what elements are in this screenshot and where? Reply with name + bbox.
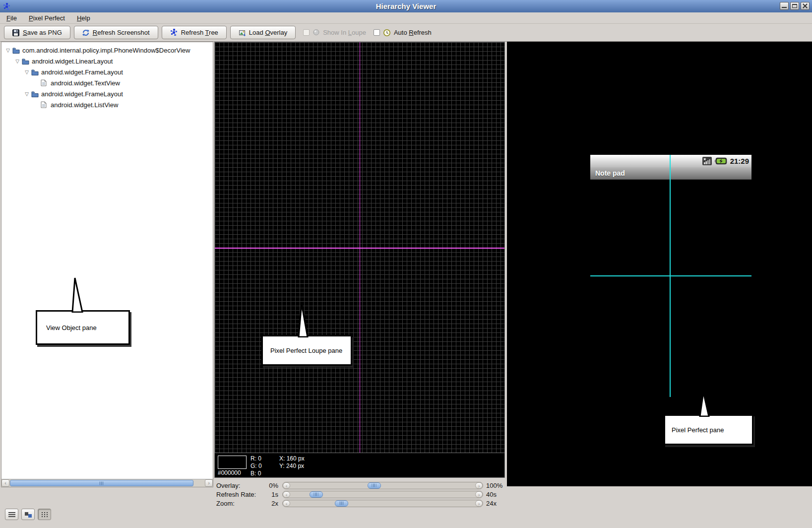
tree-item[interactable]: ▽ android.widget.LinearLayout (1, 56, 213, 66)
loupe-controls: Overlay: 0% ‹ › 100% Refresh Rate: 1s ‹ … (214, 478, 505, 508)
menu-pixel-perfect[interactable]: Pixel Perfect (27, 13, 66, 23)
hierarchy-tree: ▽ com.android.internal.policy.impl.Phone… (1, 42, 213, 110)
floppy-icon (12, 29, 19, 36)
rgb-readout: R: 0 G: 0 B: 0 (250, 453, 279, 477)
title-bar: Hierarchy Viewer (0, 0, 812, 12)
expand-arrow-icon[interactable]: ▽ (13, 59, 22, 64)
view-object-pane-callout: View Object pane (36, 310, 130, 345)
zoom-value: 2x (262, 500, 278, 507)
refresh-rate-label: Refresh Rate: (214, 491, 262, 498)
zoom-label: Zoom: (214, 500, 262, 507)
device-screenshot[interactable]: 21:29 Note pad (590, 155, 751, 397)
refresh-rate-max: 40s (486, 491, 505, 498)
tree-item[interactable]: ▽ com.android.internal.policy.impl.Phone… (1, 45, 213, 56)
tree-view-button[interactable] (5, 509, 18, 520)
overlay-slider-thumb[interactable] (368, 482, 381, 489)
expand-arrow-icon[interactable]: ▽ (22, 91, 31, 97)
document-icon (41, 79, 49, 86)
folder-icon (12, 47, 21, 54)
maximize-button[interactable] (790, 2, 799, 10)
signal-icon (702, 157, 712, 165)
tree-horizontal-scrollbar[interactable]: ‹ › (1, 479, 213, 487)
tree-icon (170, 29, 178, 36)
refresh-icon (82, 29, 89, 36)
scroll-left-icon[interactable]: ‹ (1, 479, 9, 487)
pp-crosshair-horizontal (590, 275, 751, 276)
loupe-crosshair-horizontal (215, 248, 504, 249)
tree-item[interactable]: android.widget.TextView (1, 77, 213, 88)
folder-icon (31, 91, 40, 97)
window-title: Hierarchy Viewer (0, 2, 812, 10)
view-object-pane: ▽ com.android.internal.policy.impl.Phone… (1, 42, 213, 487)
pixel-perfect-pane-callout: Pixel Perfect pane (664, 414, 753, 445)
device-status-bar: 21:29 (590, 155, 751, 167)
callout-tail (70, 277, 85, 313)
load-overlay-button[interactable]: Load Overlay (230, 26, 296, 39)
xy-readout: X: 160 px Y: 240 px (279, 453, 305, 477)
slider-right-icon[interactable]: › (475, 500, 483, 507)
overlay-label: Overlay: (214, 482, 262, 489)
show-in-loupe-label: Show In Loupe (323, 29, 366, 36)
pixel-perfect-pane[interactable]: 21:29 Note pad (507, 42, 812, 486)
scrollbar-thumb[interactable] (10, 480, 193, 486)
zoom-slider-thumb[interactable] (335, 500, 348, 507)
auto-refresh-group: Auto Refresh (374, 29, 432, 37)
document-icon (41, 101, 49, 108)
refresh-rate-slider-thumb[interactable] (310, 491, 323, 498)
loupe-icon (312, 29, 320, 36)
tree-item[interactable]: android.widget.ListView (1, 99, 213, 110)
slider-right-icon[interactable]: › (475, 482, 483, 489)
expand-arrow-icon[interactable]: ▽ (22, 69, 31, 75)
pixel-perfect-view-button[interactable] (38, 509, 51, 520)
menu-help[interactable]: Help (75, 13, 92, 23)
save-as-png-button[interactable]: Save as PNG (4, 26, 70, 39)
menu-file[interactable]: File (5, 13, 18, 23)
show-in-loupe-group: Show In Loupe (303, 29, 366, 36)
overlay-max: 100% (486, 482, 505, 489)
grid-view-icon (42, 512, 43, 513)
device-clock: 21:29 (730, 157, 749, 165)
pixel-perfect-loupe-pane: #000000 R: 0 G: 0 B: 0 X: 160 px Y: 240 … (214, 42, 505, 506)
refresh-rate-value: 1s (262, 491, 278, 498)
auto-refresh-label: Auto Refresh (394, 29, 432, 36)
callout-tail (697, 391, 711, 417)
menu-bar: File Pixel Perfect Help (0, 12, 812, 24)
slider-left-icon[interactable]: ‹ (283, 482, 290, 489)
list-view-icon (8, 512, 15, 517)
minimize-button[interactable] (780, 2, 789, 10)
close-button[interactable] (801, 2, 810, 10)
overlay-slider[interactable]: ‹ › (282, 482, 483, 489)
battery-icon (715, 157, 727, 165)
color-swatch (218, 456, 247, 469)
device-app-title: Note pad (590, 167, 751, 180)
toolbar: Save as PNG Refresh Screenshot Refresh T… (0, 24, 812, 42)
zoom-max: 24x (486, 500, 505, 507)
scroll-right-icon[interactable]: › (205, 479, 213, 487)
overlay-icon (239, 29, 246, 36)
show-in-loupe-checkbox[interactable] (303, 29, 310, 36)
hierarchy-viewer-window: Hierarchy Viewer File Pixel Perfect Help… (0, 0, 812, 528)
loupe-pane-callout: Pixel Perfect Loupe pane (261, 335, 352, 366)
view-switcher (5, 509, 51, 520)
auto-refresh-checkbox[interactable] (374, 29, 380, 36)
slider-left-icon[interactable]: ‹ (283, 491, 290, 498)
loupe-info-bar: #000000 R: 0 G: 0 B: 0 X: 160 px Y: 240 … (214, 453, 505, 478)
zoom-slider[interactable]: ‹ › (282, 500, 483, 507)
callout-tail (296, 303, 310, 337)
refresh-rate-slider[interactable]: ‹ › (282, 491, 483, 498)
tree-item[interactable]: ▽ android.widget.FrameLayout (1, 88, 213, 99)
folder-icon (31, 69, 40, 75)
tree-item[interactable]: ▽ android.widget.FrameLayout (1, 66, 213, 77)
folder-icon (22, 58, 30, 65)
color-hex: #000000 (218, 469, 250, 476)
slider-left-icon[interactable]: ‹ (283, 500, 290, 507)
refresh-tree-button[interactable]: Refresh Tree (162, 26, 227, 39)
refresh-screenshot-button[interactable]: Refresh Screenshot (74, 26, 158, 39)
expand-arrow-icon[interactable]: ▽ (3, 48, 12, 53)
clock-icon (383, 29, 391, 37)
slider-right-icon[interactable]: › (475, 491, 483, 498)
loupe-grid[interactable] (214, 42, 505, 453)
overlay-value: 0% (262, 482, 278, 489)
layout-view-button[interactable] (21, 509, 35, 520)
